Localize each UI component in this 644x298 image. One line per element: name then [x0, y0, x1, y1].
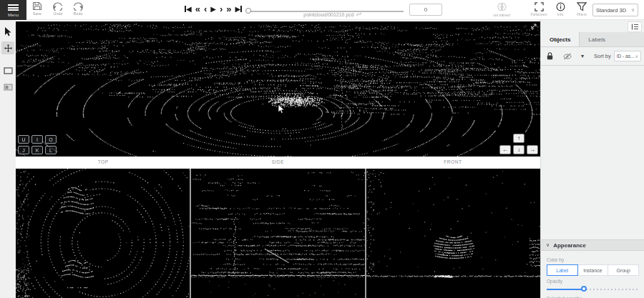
redo-button[interactable]: Redo	[69, 1, 87, 19]
right-panel: Objects Labels ▾ Sort by ID - as... ∨ ∨	[540, 20, 644, 298]
fullscreen-button[interactable]: Fullscreen	[528, 2, 550, 16]
chevron-down-icon: ∨	[635, 54, 638, 59]
filter-icon	[577, 2, 587, 11]
ortho-view-labels: TOP SIDE FRONT	[16, 157, 540, 169]
cuboid-tool-button[interactable]	[1, 64, 14, 77]
sort-select-value: ID - as...	[617, 54, 635, 59]
appearance-section: ∨ Appearance Color by Label Instance Gro…	[541, 239, 644, 298]
key-k[interactable]: K	[31, 146, 43, 154]
save-button[interactable]: Save	[28, 1, 47, 19]
opacity-label: Opacity	[547, 279, 639, 284]
fullscreen-label: Fullscreen	[530, 12, 547, 16]
lock-icon	[547, 52, 553, 60]
timeline-handle[interactable]	[245, 8, 251, 14]
arrow-up-button[interactable]: ↑	[513, 134, 525, 143]
cursor-tool-icon	[4, 27, 12, 36]
save-icon	[32, 1, 42, 11]
more-actions-caret[interactable]: ▾	[581, 53, 584, 59]
panel-list-icon	[631, 24, 639, 30]
main-3d-canvas[interactable]	[16, 21, 540, 157]
undo-icon	[52, 1, 64, 11]
lock-all-button[interactable]	[547, 50, 553, 63]
arrow-down-button[interactable]: ↓	[513, 145, 525, 154]
side-view-canvas[interactable]	[191, 169, 365, 298]
camera-arrow-pad: ↑ ← ↓ →	[499, 134, 538, 154]
frame-filename: pointcloud/001210.pcd	[272, 11, 394, 17]
side-view-label: SIDE	[190, 157, 365, 169]
brain-icon	[497, 2, 507, 12]
front-view-canvas[interactable]	[366, 169, 540, 298]
arrow-left-button[interactable]: ←	[499, 145, 511, 154]
color-by-group-button[interactable]: Group	[608, 264, 639, 276]
play-button[interactable]: ▶	[210, 4, 216, 14]
ai-assist-button[interactable]: not trained	[491, 2, 512, 17]
menu-button-label: Menu	[8, 13, 19, 17]
chevron-down-icon: ∨	[631, 7, 635, 13]
key-i[interactable]: I	[31, 135, 43, 144]
hide-all-button[interactable]	[563, 50, 572, 63]
color-by-label: Color by	[547, 257, 639, 262]
sort-by-label: Sort by	[594, 53, 611, 59]
redo-button-label: Redo	[73, 11, 82, 16]
camera-key-hints: U I O J K L	[18, 135, 57, 154]
info-icon	[556, 2, 565, 11]
ai-assist-label: not trained	[493, 13, 510, 17]
key-l[interactable]: L	[45, 146, 57, 154]
skip-to-start-button[interactable]: ◀	[185, 4, 192, 14]
eye-off-icon	[563, 53, 572, 60]
menu-button[interactable]: Menu	[0, 0, 26, 20]
filters-button[interactable]: Filters	[571, 2, 592, 16]
resize-view-icon[interactable]	[530, 23, 537, 30]
left-toolbar	[0, 20, 16, 298]
playback-controls: ◀ « ‹ ▶ › » ▶	[185, 3, 242, 14]
filters-label: Filters	[577, 12, 587, 16]
objects-toolbar: ▾ Sort by ID - as... ∨	[541, 47, 644, 66]
hamburger-icon	[8, 3, 19, 11]
arrow-right-button[interactable]: →	[527, 145, 538, 154]
link-icon	[356, 11, 362, 17]
sort-select[interactable]: ID - as... ∨	[614, 51, 641, 61]
opacity-slider-handle[interactable]	[581, 286, 587, 292]
previous-frame-button[interactable]: ‹	[204, 4, 207, 14]
color-by-instance-button[interactable]: Instance	[578, 264, 609, 276]
objects-list	[541, 66, 644, 239]
collapse-icon: ∨	[546, 242, 550, 248]
front-view-label: FRONT	[366, 157, 540, 169]
undo-button[interactable]: Undo	[49, 1, 67, 19]
tab-labels[interactable]: Labels	[580, 32, 614, 46]
info-label: Info	[557, 12, 563, 16]
mode-select-value: Standard 3D	[596, 7, 631, 14]
mode-select[interactable]: Standard 3D ∨	[592, 4, 638, 16]
mouse-cursor	[278, 104, 286, 114]
key-o[interactable]: O	[45, 135, 57, 144]
move-tool-button[interactable]	[1, 41, 14, 54]
save-button-label: Save	[33, 11, 42, 16]
right-panel-tabs: Objects Labels	[541, 32, 644, 47]
frame-number-input[interactable]	[409, 4, 442, 16]
move-tool-icon	[4, 44, 13, 53]
top-view-canvas[interactable]	[16, 169, 190, 298]
key-u[interactable]: U	[18, 135, 29, 144]
next-frame-button[interactable]: ›	[220, 4, 223, 14]
rectangle-tool-icon	[4, 67, 13, 74]
key-j[interactable]: J	[18, 146, 29, 154]
color-by-group: Label Instance Group	[547, 264, 639, 276]
fast-forward-button[interactable]: »	[226, 4, 231, 14]
top-toolbar: Menu Save Undo Redo ◀ « ‹ ▶ › » ▶	[0, 0, 644, 20]
ortho-views	[16, 169, 540, 298]
appearance-title: Appearance	[553, 242, 586, 249]
tab-objects[interactable]: Objects	[541, 32, 580, 46]
main-3d-view[interactable]: U I O J K L ↑ ← ↓ →	[16, 21, 540, 157]
color-by-label-button[interactable]: Label	[547, 264, 578, 276]
panel-layout-button[interactable]	[628, 21, 642, 32]
undo-button-label: Undo	[53, 11, 62, 16]
image-icon	[4, 84, 13, 91]
select-tool-button[interactable]	[1, 25, 14, 38]
opacity-slider[interactable]	[547, 286, 639, 293]
image-view-button[interactable]	[1, 81, 14, 94]
skip-to-end-button[interactable]: ▶	[235, 4, 243, 14]
info-button[interactable]: Info	[550, 2, 571, 16]
fast-rewind-button[interactable]: «	[195, 4, 200, 14]
redo-icon	[72, 1, 84, 11]
appearance-header[interactable]: ∨ Appearance	[541, 239, 644, 251]
